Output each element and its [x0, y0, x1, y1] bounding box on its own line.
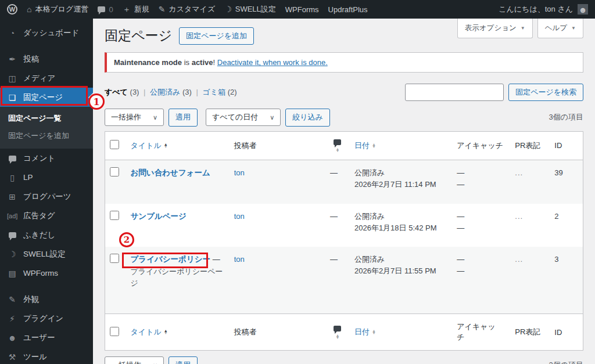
sidebar-item-fukidashi[interactable]: ふきだし: [0, 225, 93, 244]
document-icon: ▯: [7, 173, 17, 182]
admin-bar-greeting[interactable]: こんにちは、ton さん: [499, 4, 573, 15]
bulk-action-select[interactable]: 一括操作 ∨: [105, 356, 164, 364]
comments-icon: [98, 6, 105, 12]
chevron-down-icon: ▼: [521, 26, 525, 31]
sidebar-item-lp[interactable]: ▯ LP: [0, 168, 93, 187]
maintenance-notice: Maintenance mode is active! Deactivate i…: [105, 52, 583, 73]
annotation-box-privacy-policy: [122, 253, 208, 268]
sort-by-date[interactable]: 日付▲▼: [354, 140, 376, 151]
select-all-checkbox[interactable]: [110, 327, 119, 336]
plugin-icon: ⚡: [7, 314, 17, 323]
user-icon: ☻: [7, 333, 17, 343]
filter-button[interactable]: 絞り込み: [285, 109, 330, 126]
search-pages-button[interactable]: 固定ページを検索: [508, 84, 583, 101]
sidebar-item-blog-parts[interactable]: ⊞ ブログパーツ: [0, 187, 93, 206]
admin-bar-comments[interactable]: 0: [98, 5, 113, 14]
wordpress-logo-icon[interactable]: W: [7, 4, 17, 15]
brush-icon: ✎: [159, 5, 166, 13]
sort-by-title[interactable]: タイトル▲▼: [131, 140, 168, 151]
admin-bar-updraftplus[interactable]: UpdraftPlus: [328, 5, 368, 14]
sort-by-comments[interactable]: ▲▼: [330, 326, 345, 339]
author-link[interactable]: ton: [234, 255, 245, 264]
sidebar-item-plugins[interactable]: ⚡ プラグイン: [0, 309, 93, 328]
apply-button[interactable]: 適用: [169, 109, 198, 126]
page-id: 39: [554, 168, 562, 177]
comment-count: —: [330, 212, 338, 221]
column-featured: アイキャッチ: [452, 314, 510, 351]
media-icon: ◫: [7, 74, 17, 83]
submenu-item-add-page[interactable]: 固定ページを追加: [0, 127, 93, 145]
page-title-link[interactable]: お問い合わせフォーム: [131, 168, 210, 177]
submenu-item-all-pages[interactable]: 固定ページ一覧: [0, 110, 93, 127]
form-icon: ▤: [7, 269, 17, 278]
column-author: 投稿者: [230, 131, 325, 160]
sort-arrows-icon: ▲▼: [335, 148, 339, 153]
sidebar-item-posts[interactable]: ✒ 投稿: [0, 49, 93, 69]
tablenav-top: 一括操作 ∨ 適用 すべての日付 ∨ 絞り込み 3個の項目: [105, 109, 583, 126]
swell-icon: ☽: [7, 250, 17, 259]
chevron-down-icon: ▼: [571, 26, 576, 31]
sidebar-item-swell-settings[interactable]: ☽ SWELL設定: [0, 244, 93, 264]
screen-options-button[interactable]: 表示オプション ▼: [457, 19, 533, 38]
table-footer-row: タイトル▲▼ 投稿者 ▲▼ 日付▲▼ アイキャッチ PR表記 ID: [105, 314, 583, 351]
comments-icon: [7, 154, 17, 163]
column-pr: PR表記: [510, 131, 550, 160]
row-checkbox[interactable]: [110, 167, 119, 176]
admin-bar-customize[interactable]: ✎ カスタマイズ: [159, 4, 216, 15]
apply-button[interactable]: 適用: [169, 356, 198, 364]
pr-value: ...: [515, 168, 523, 177]
sidebar-item-comments[interactable]: コメント: [0, 149, 93, 168]
search-input[interactable]: [405, 84, 504, 101]
sort-arrows-icon: ▲▼: [372, 143, 376, 148]
comment-count: —: [330, 168, 338, 177]
filter-trash-link[interactable]: ゴミ箱: [203, 88, 226, 96]
pages-submenu: 固定ページ一覧 固定ページを追加: [0, 107, 93, 149]
row-checkbox[interactable]: [110, 254, 119, 263]
date-filter-select[interactable]: すべての日付 ∨: [206, 109, 281, 126]
page-title: 固定ページ: [105, 27, 172, 45]
table-row: お問い合わせフォーム ton — 公開済み2026年2月7日 11:14 PM …: [105, 160, 583, 204]
sort-by-date[interactable]: 日付▲▼: [354, 327, 376, 337]
comments-icon: [334, 139, 341, 145]
home-icon: ⌂: [27, 5, 31, 13]
user-avatar[interactable]: ☻: [578, 4, 588, 15]
filter-all-link[interactable]: すべて: [105, 88, 128, 96]
column-id: ID: [550, 131, 583, 160]
post-date: 2026年2月7日 11:55 PM: [354, 266, 436, 275]
table-row: サンプルページ ton — 公開済み2026年1月18日 5:42 PM —— …: [105, 204, 583, 247]
select-all-checkbox[interactable]: [110, 140, 119, 149]
admin-bar-wpforms[interactable]: WPForms: [285, 5, 319, 14]
column-pr: PR表記: [510, 314, 550, 351]
bulk-action-select[interactable]: 一括操作 ∨: [105, 109, 164, 126]
sidebar-item-dashboard[interactable]: ◔ ダッシュボード: [0, 23, 93, 42]
row-checkbox[interactable]: [110, 211, 119, 220]
status-filter-links: すべて (3) | 公開済み (3) | ゴミ箱 (2): [105, 87, 237, 98]
author-link[interactable]: ton: [234, 168, 245, 177]
select-chevron-icon: ∨: [153, 362, 157, 364]
sort-by-title[interactable]: タイトル▲▼: [131, 327, 168, 337]
page-title-link[interactable]: サンプルページ: [131, 212, 187, 221]
add-page-button[interactable]: 固定ページを追加: [179, 27, 254, 45]
sidebar-item-tools[interactable]: ⚒ ツール: [0, 347, 93, 364]
admin-bar-site-name[interactable]: ⌂ 本格ブログ運営: [27, 4, 88, 15]
filter-published-link[interactable]: 公開済み: [150, 88, 180, 96]
main-content: 表示オプション ▼ ヘルプ ▼ 固定ページ 固定ページを追加 Maintenan…: [93, 19, 595, 364]
select-chevron-icon: ∨: [153, 114, 157, 121]
admin-bar: W ⌂ 本格ブログ運営 0 ＋ 新規 ✎ カスタマイズ ☽ SWELL設定 WP…: [0, 0, 595, 19]
column-id: ID: [550, 314, 583, 351]
sidebar-item-users[interactable]: ☻ ユーザー: [0, 328, 93, 347]
author-link[interactable]: ton: [234, 212, 245, 221]
sidebar-item-media[interactable]: ◫ メディア: [0, 69, 93, 88]
sidebar-item-ad-tag[interactable]: [ad] 広告タグ: [0, 206, 93, 225]
sidebar-item-wpforms[interactable]: ▤ WPForms: [0, 264, 93, 283]
post-status: 公開済み: [354, 212, 385, 221]
tablenav-bottom: 一括操作 ∨ 適用 3個の項目: [105, 356, 583, 364]
admin-bar-new[interactable]: ＋ 新規: [123, 4, 149, 15]
deactivate-maintenance-link[interactable]: Deactivate it, when work is done.: [217, 58, 328, 67]
help-button[interactable]: ヘルプ ▼: [537, 19, 583, 38]
sidebar-item-appearance[interactable]: ✎ 外観: [0, 290, 93, 309]
admin-bar-swell-settings[interactable]: ☽ SWELL設定: [224, 4, 276, 15]
post-status: 公開済み: [354, 255, 385, 264]
sort-by-comments[interactable]: ▲▼: [330, 139, 345, 153]
column-featured: アイキャッチ: [452, 131, 510, 160]
